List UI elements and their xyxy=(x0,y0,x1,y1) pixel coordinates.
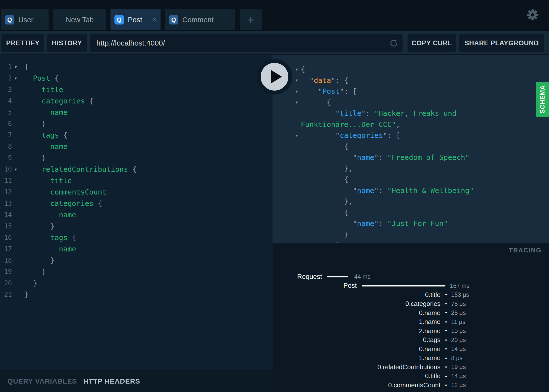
fold-arrow-icon[interactable]: ▼ xyxy=(12,65,24,69)
prettify-button[interactable]: PRETTIFY xyxy=(1,34,44,52)
copy-curl-button[interactable]: COPY CURL xyxy=(408,34,456,52)
editor-line: 18 } xyxy=(0,255,273,266)
reload-schema-icon[interactable] xyxy=(389,38,399,48)
trace-field-bar xyxy=(445,312,447,313)
response-code: }, xyxy=(301,164,353,173)
line-number: 7 xyxy=(0,131,12,139)
fold-arrow-icon[interactable]: ▼ xyxy=(12,167,24,172)
new-tab-button[interactable]: + xyxy=(240,9,262,30)
response-code: } xyxy=(301,230,348,239)
trace-field-label: 0.title xyxy=(273,372,440,380)
trace-field-row: 0.commentsCount12 μs xyxy=(273,381,549,390)
response-line: ▼ { xyxy=(273,97,549,108)
trace-field-label: 0.title xyxy=(273,291,440,299)
tracing-panel: TRACING Request44 msPost167 ms0.title153… xyxy=(273,243,549,392)
response-line: "name": "Health & Wellbeing" xyxy=(273,185,549,196)
response-code: "data": { xyxy=(301,76,348,85)
query-editor-lines: 1▼{2▼ Post {3 title4 categories {5 name6… xyxy=(0,55,273,300)
response-code: "name": "Just For Fun" xyxy=(301,219,448,228)
trace-field-duration: 75 μs xyxy=(451,300,466,307)
response-line: "name": "Just For Fun" xyxy=(273,218,549,229)
trace-field-row: 2.name10 μs xyxy=(273,326,549,336)
trace-field-bar xyxy=(445,330,447,331)
trace-field-bar xyxy=(445,348,447,349)
line-number: 18 xyxy=(0,257,12,264)
editor-line: 11 title xyxy=(0,175,273,186)
tab-user[interactable]: QUser xyxy=(1,9,49,30)
editor-code: name xyxy=(24,142,68,151)
trace-field-duration: 11 μs xyxy=(451,318,465,325)
share-playground-button[interactable]: SHARE PLAYGROUND xyxy=(459,34,544,52)
editor-line: 9 } xyxy=(0,152,273,164)
line-number: 5 xyxy=(0,109,12,116)
tab-new-tab[interactable]: New Tab xyxy=(53,9,106,30)
response-pane: ▼{▼ "data": {▼ "Post": [▼ { "title": "Ha… xyxy=(273,55,549,243)
response-code: { xyxy=(301,208,348,217)
trace-field-label: 2.name xyxy=(273,327,440,335)
close-tab-icon[interactable]: × xyxy=(146,15,157,24)
line-number: 6 xyxy=(0,120,12,127)
line-number: 20 xyxy=(0,279,12,287)
response-code: Funktionäre...Der CCC", xyxy=(301,120,400,129)
tab-label: User xyxy=(18,16,33,24)
endpoint-url-input[interactable] xyxy=(90,34,403,52)
collapse-arrow-icon[interactable]: ▼ xyxy=(273,133,301,138)
trace-field-row: 0.name14 μs xyxy=(273,344,549,354)
response-line: Funktionäre...Der CCC", xyxy=(273,119,549,130)
response-line: { xyxy=(273,207,549,218)
query-variables-tab[interactable]: QUERY VARIABLES xyxy=(7,377,77,385)
response-line: ▼{ xyxy=(273,64,549,75)
tab-comment[interactable]: QComment xyxy=(165,9,235,30)
bottom-bar-labels: QUERY VARIABLES HTTP HEADERS xyxy=(7,370,140,392)
schema-side-tab[interactable]: SCHEMA xyxy=(536,82,549,117)
line-number: 19 xyxy=(0,268,12,275)
history-button[interactable]: HISTORY xyxy=(47,34,87,52)
editor-code: } xyxy=(24,279,37,287)
trace-field-duration: 19 μs xyxy=(451,364,466,370)
response-code: { xyxy=(301,98,331,107)
fold-arrow-icon[interactable]: ▼ xyxy=(12,76,24,80)
settings-gear-icon[interactable] xyxy=(527,9,538,21)
editor-line: 16 tags { xyxy=(0,232,273,243)
trace-field-bar xyxy=(445,385,447,386)
editor-code: categories { xyxy=(24,199,102,208)
line-number: 4 xyxy=(0,97,12,105)
trace-span-duration: 44 ms xyxy=(354,272,370,281)
line-number: 8 xyxy=(0,143,12,150)
trace-span-bar xyxy=(362,285,445,286)
trace-field-row: 0.relatedContributions19 μs xyxy=(273,363,549,372)
editor-code: } xyxy=(24,268,46,276)
response-code: ] xyxy=(301,241,340,243)
line-number: 10 xyxy=(0,166,12,173)
trace-field-row: 0.categories13 μs xyxy=(273,390,549,392)
line-number: 15 xyxy=(0,222,12,230)
editor-code: { xyxy=(24,63,28,71)
trace-field-duration: 13 μs xyxy=(451,391,466,392)
editor-code: } xyxy=(24,290,28,299)
trace-field-bar xyxy=(445,376,447,377)
trace-field-row: 0.name25 μs xyxy=(273,308,549,318)
response-line: "name": "Freedom of Speech" xyxy=(273,152,549,163)
response-line: }, xyxy=(273,163,549,174)
editor-line: 5 name xyxy=(0,107,273,118)
query-editor-pane[interactable]: 1▼{2▼ Post {3 title4 categories {5 name6… xyxy=(0,55,273,370)
trace-span-row: Post167 ms xyxy=(273,281,549,291)
response-line: "title": "Hacker, Freaks und xyxy=(273,108,549,119)
editor-code: name xyxy=(24,245,76,253)
line-number: 2 xyxy=(0,74,12,82)
trace-field-bar xyxy=(445,321,447,322)
trace-field-bar xyxy=(445,303,447,304)
trace-field-row: 0.categories75 μs xyxy=(273,299,549,309)
tab-post[interactable]: QPost× xyxy=(110,9,161,30)
query-type-badge: Q xyxy=(5,15,14,24)
editor-code: tags { xyxy=(24,131,68,139)
trace-field-label: 0.tags xyxy=(273,336,440,344)
http-headers-tab[interactable]: HTTP HEADERS xyxy=(83,377,140,385)
tab-label: Comment xyxy=(182,16,214,24)
editor-code: name xyxy=(24,108,68,117)
trace-field-bar xyxy=(445,358,447,359)
response-line: { xyxy=(273,141,549,152)
execute-query-button[interactable] xyxy=(257,59,292,95)
editor-line: 2▼ Post { xyxy=(0,73,273,84)
collapse-arrow-icon[interactable]: ▼ xyxy=(273,100,301,104)
